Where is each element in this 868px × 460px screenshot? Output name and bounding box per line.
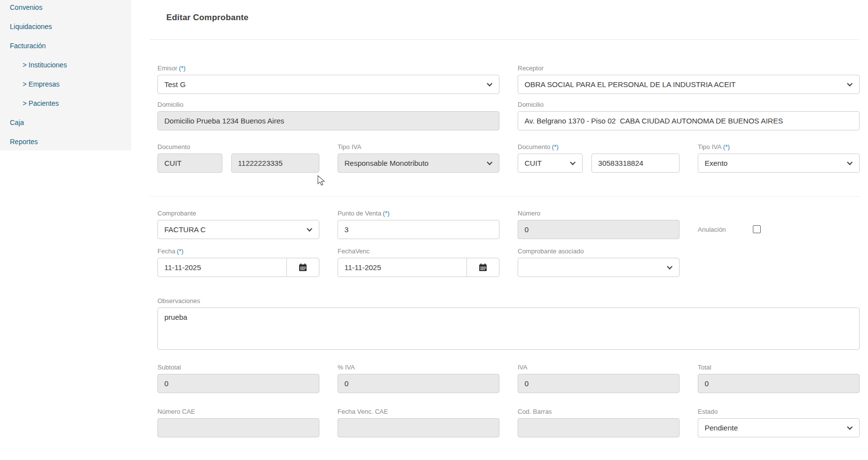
field-pct-iva: % IVA (338, 364, 499, 393)
field-estado: Estado Pendiente (698, 408, 860, 437)
documento-receptor-label: Documento(*) (518, 143, 680, 151)
total-input (698, 374, 860, 393)
field-tipo-iva-receptor: Tipo IVA(*) Exento (698, 143, 860, 173)
numero-label: Número (518, 210, 680, 217)
fecha-venc-label: FechaVenc (338, 247, 499, 255)
required-marker: (*) (723, 143, 730, 151)
calendar-icon (299, 263, 307, 272)
sidebar-item-liquidaciones[interactable]: Liquidaciones (0, 17, 131, 36)
documento-emisor-numero-input (231, 153, 319, 173)
domicilio-receptor-label: Domicilio (518, 101, 860, 109)
tipo-iva-emisor-label: Tipo IVA (338, 143, 499, 151)
field-domicilio-emisor: Domicilio (157, 101, 499, 130)
documento-receptor-numero-input[interactable] (591, 153, 680, 173)
receptor-value: OBRA SOCIAL PARA EL PERSONAL DE LA INDUS… (525, 80, 747, 89)
iva-label: IVA (518, 364, 680, 371)
comprobante-asociado-select[interactable] (518, 258, 680, 277)
domicilio-emisor-label: Domicilio (157, 101, 499, 109)
receptor-select[interactable]: OBRA SOCIAL PARA EL PERSONAL DE LA INDUS… (518, 75, 860, 94)
field-fecha: Fecha(*) (157, 247, 319, 277)
domicilio-receptor-input[interactable] (518, 111, 860, 130)
fecha-venc-input[interactable] (338, 258, 467, 277)
sidebar-item-label: > Pacientes (23, 99, 59, 107)
fecha-venc-cae-input (338, 418, 499, 437)
subtotal-label: Subtotal (157, 364, 319, 371)
field-comprobante: Comprobante FACTURA C (157, 210, 319, 239)
tipo-iva-emisor-select: Responsable Monotributo (338, 153, 499, 173)
observaciones-label: Observaciones (157, 297, 860, 305)
sidebar-nav: Convenios Liquidaciones Facturación > In… (0, 0, 131, 151)
field-domicilio-receptor: Domicilio (518, 101, 860, 130)
sidebar-item-label: Reportes (10, 138, 38, 146)
emisor-value: Test G (164, 80, 197, 89)
field-observaciones: Observaciones prueba (157, 297, 860, 350)
chevron-down-icon (847, 159, 852, 165)
sidebar: Convenios Liquidaciones Facturación > In… (0, 0, 131, 151)
estado-select[interactable]: Pendiente (698, 418, 860, 437)
numero-cae-input (157, 418, 319, 437)
anulacion-checkbox[interactable] (753, 225, 761, 233)
field-total: Total (698, 364, 860, 393)
field-numero: Número (518, 210, 680, 239)
sidebar-item-convenios[interactable]: Convenios (0, 0, 131, 17)
tipo-iva-emisor-value: Responsable Monotributo (344, 159, 440, 167)
sidebar-item-label: Caja (10, 119, 24, 126)
punto-venta-label: Punto de Venta(*) (338, 210, 499, 217)
sidebar-item-empresas[interactable]: > Empresas (0, 74, 131, 93)
receptor-label: Receptor (518, 64, 860, 72)
chevron-down-icon (667, 264, 672, 269)
estado-value: Pendiente (705, 424, 750, 432)
sidebar-item-caja[interactable]: Caja (0, 113, 131, 132)
cod-barras-input (518, 418, 680, 437)
field-documento-emisor: Documento (157, 143, 319, 173)
field-cod-barras: Cod. Barras (518, 408, 680, 437)
numero-cae-label: Número CAE (157, 408, 319, 416)
emisor-label: Emisor(*) (157, 64, 499, 72)
sidebar-item-reportes[interactable]: Reportes (0, 132, 131, 151)
field-tipo-iva-emisor: Tipo IVA Responsable Monotributo (338, 143, 499, 173)
field-numero-cae: Número CAE (157, 408, 319, 437)
required-marker: (*) (383, 210, 390, 217)
fecha-input[interactable] (157, 258, 287, 277)
field-fecha-venc: FechaVenc (338, 247, 499, 277)
sidebar-item-label: Facturación (10, 42, 46, 50)
estado-label: Estado (698, 408, 860, 416)
field-comprobante-asociado: Comprobante asociado (518, 247, 680, 277)
field-documento-receptor: Documento(*) CUIT (518, 143, 680, 173)
numero-input (518, 220, 680, 239)
sidebar-item-label: > Empresas (23, 80, 60, 88)
required-marker: (*) (552, 143, 558, 151)
pct-iva-label: % IVA (338, 364, 499, 371)
sidebar-item-label: Convenios (10, 3, 42, 11)
sidebar-item-pacientes[interactable]: > Pacientes (0, 93, 131, 113)
comprobante-select[interactable]: FACTURA C (157, 220, 319, 239)
field-anulacion: Anulación (698, 210, 860, 239)
documento-emisor-tipo-input (157, 153, 222, 173)
field-iva: IVA (518, 364, 680, 393)
field-subtotal: Subtotal (157, 364, 319, 393)
comprobante-value: FACTURA C (164, 225, 217, 234)
tipo-iva-receptor-select[interactable]: Exento (698, 153, 860, 173)
chevron-down-icon (847, 81, 852, 86)
documento-receptor-tipo-value: CUIT (525, 159, 554, 167)
fecha-venc-calendar-button[interactable] (466, 258, 499, 277)
punto-venta-input[interactable] (338, 220, 499, 239)
chevron-down-icon (487, 159, 492, 165)
sidebar-item-facturacion[interactable]: Facturación (0, 36, 131, 55)
total-label: Total (698, 364, 860, 371)
observaciones-textarea[interactable]: prueba (157, 307, 860, 350)
calendar-icon (479, 263, 487, 272)
sidebar-item-instituciones[interactable]: > Instituciones (0, 55, 131, 74)
field-fecha-venc-cae: Fecha Venc. CAE (338, 408, 499, 437)
fecha-calendar-button[interactable] (286, 258, 319, 277)
required-marker: (*) (177, 247, 184, 255)
chevron-down-icon (847, 424, 852, 429)
fecha-venc-cae-label: Fecha Venc. CAE (338, 408, 499, 416)
comprobante-label: Comprobante (157, 210, 319, 217)
required-marker: (*) (179, 64, 186, 72)
emisor-select[interactable]: Test G (157, 75, 499, 94)
page-title: Editar Comprobante (166, 0, 860, 23)
field-receptor: Receptor OBRA SOCIAL PARA EL PERSONAL DE… (518, 64, 860, 94)
documento-receptor-tipo-select[interactable]: CUIT (518, 153, 583, 173)
chevron-down-icon (487, 81, 492, 86)
